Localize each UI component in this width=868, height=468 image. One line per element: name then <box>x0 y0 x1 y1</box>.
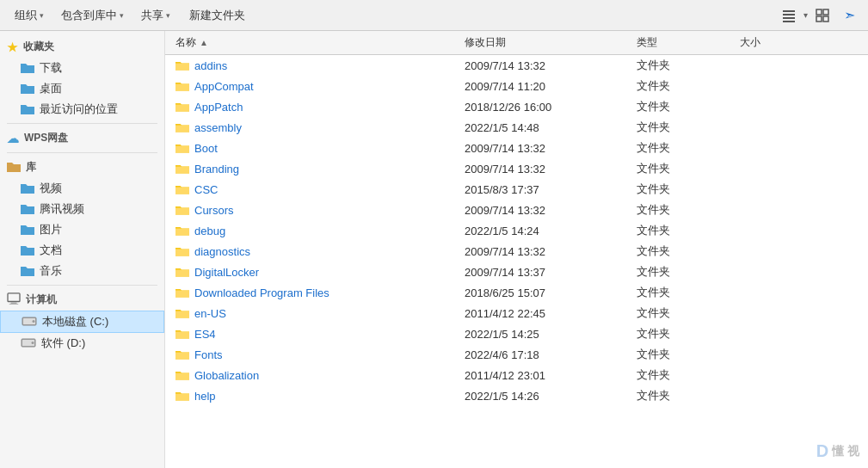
file-type-cell: 文件夹 <box>630 367 733 383</box>
svg-rect-9 <box>11 302 17 304</box>
file-name: Globalization <box>194 369 259 382</box>
share-button[interactable]: 共享 ▾ <box>133 4 178 27</box>
table-row[interactable]: CSC 2015/8/3 17:37 文件夹 <box>165 179 868 200</box>
file-date-cell: 2022/1/5 14:24 <box>458 225 630 237</box>
computer-icon <box>7 292 21 307</box>
library-header[interactable]: 库 <box>0 157 164 178</box>
window-icon <box>816 9 829 22</box>
file-type-cell: 文件夹 <box>630 99 733 114</box>
table-row[interactable]: AppCompat 2009/7/14 11:20 文件夹 <box>165 76 868 96</box>
sidebar-item-music[interactable]: 音乐 <box>0 261 164 281</box>
file-date-cell: 2011/4/12 22:45 <box>458 307 630 320</box>
folder-icon <box>175 348 189 361</box>
table-row[interactable]: Globalization 2011/4/12 23:01 文件夹 <box>165 365 868 385</box>
file-name-cell: Globalization <box>165 368 458 382</box>
folder-icon <box>175 265 189 279</box>
file-name: addins <box>194 59 227 72</box>
sidebar-item-video[interactable]: 视频 <box>0 178 164 199</box>
file-name-cell: Branding <box>165 162 458 176</box>
new-folder-button[interactable]: 新建文件夹 <box>180 4 255 27</box>
video-folder-icon <box>21 182 34 196</box>
wps-header[interactable]: ☁ WPS网盘 <box>0 127 164 149</box>
sidebar-sep-1 <box>7 123 157 124</box>
sidebar-item-tencent-video[interactable]: 腾讯视频 <box>0 199 164 219</box>
share-arrow: ▾ <box>166 11 170 20</box>
file-date-cell: 2009/7/14 13:32 <box>458 245 630 258</box>
view-window-button[interactable] <box>810 4 834 27</box>
table-row[interactable]: DigitalLocker 2009/7/14 13:37 文件夹 <box>165 262 868 282</box>
view-dropdown-arrow[interactable]: ▾ <box>803 10 808 20</box>
file-type-cell: 文件夹 <box>630 388 733 403</box>
file-name: CSC <box>194 183 218 196</box>
table-row[interactable]: Fonts 2022/4/6 17:18 文件夹 <box>165 344 868 365</box>
svg-rect-8 <box>8 293 20 302</box>
table-row[interactable]: Downloaded Program Files 2018/6/25 15:07… <box>165 282 868 303</box>
favorites-header[interactable]: ★ 收藏夹 <box>0 36 164 58</box>
computer-header[interactable]: 计算机 <box>0 289 164 311</box>
sidebar-item-image[interactable]: 图片 <box>0 219 164 240</box>
column-header: 名称 ▲ 修改日期 类型 大小 <box>165 31 868 55</box>
svg-rect-7 <box>823 16 828 22</box>
col-type-header[interactable]: 类型 <box>630 35 733 50</box>
main-layout: ★ 收藏夹 下载 桌面 最近访问的位置 <box>0 31 868 468</box>
file-name-cell: en-US <box>165 306 458 320</box>
table-row[interactable]: help 2022/1/5 14:26 文件夹 <box>165 385 868 406</box>
sidebar: ★ 收藏夹 下载 桌面 最近访问的位置 <box>0 31 165 468</box>
toolbar: 组织 ▾ 包含到库中 ▾ 共享 ▾ 新建文件夹 ▾ <box>0 0 868 31</box>
file-name: diagnostics <box>194 245 250 258</box>
file-date-cell: 2015/8/3 17:37 <box>458 183 630 196</box>
table-row[interactable]: Cursors 2009/7/14 13:32 文件夹 <box>165 200 868 220</box>
table-row[interactable]: Branding 2009/7/14 13:32 文件夹 <box>165 158 868 179</box>
file-name: DigitalLocker <box>194 266 259 279</box>
table-row[interactable]: en-US 2011/4/12 22:45 文件夹 <box>165 303 868 323</box>
file-type-cell: 文件夹 <box>630 285 733 300</box>
file-date-cell: 2022/1/5 14:48 <box>458 121 630 134</box>
sidebar-item-desktop[interactable]: 桌面 <box>0 78 164 99</box>
recent-folder-icon <box>21 102 34 117</box>
table-row[interactable]: Boot 2009/7/14 13:32 文件夹 <box>165 138 868 158</box>
music-label: 音乐 <box>40 263 62 279</box>
sidebar-item-download[interactable]: 下载 <box>0 58 164 78</box>
tencent-video-label: 腾讯视频 <box>40 201 84 217</box>
back-button[interactable]: ➣ <box>837 4 861 27</box>
organize-label: 组织 <box>15 8 37 23</box>
col-size-header[interactable]: 大小 <box>733 35 802 50</box>
file-type-cell: 文件夹 <box>630 140 733 156</box>
document-folder-icon <box>21 243 34 258</box>
document-label: 文档 <box>40 243 62 258</box>
file-date-cell: 2011/4/12 23:01 <box>458 369 630 382</box>
organize-arrow: ▾ <box>40 11 44 20</box>
table-row[interactable]: addins 2009/7/14 13:32 文件夹 <box>165 55 868 76</box>
table-row[interactable]: debug 2022/1/5 14:24 文件夹 <box>165 220 868 241</box>
file-type-cell: 文件夹 <box>630 223 733 238</box>
sidebar-item-local-disk[interactable]: 本地磁盘 (C:) <box>0 311 164 333</box>
include-library-button[interactable]: 包含到库中 ▾ <box>53 4 132 27</box>
wps-label: WPS网盘 <box>24 131 68 145</box>
file-type-cell: 文件夹 <box>630 243 733 259</box>
col-date-header[interactable]: 修改日期 <box>458 35 630 50</box>
table-row[interactable]: assembly 2022/1/5 14:48 文件夹 <box>165 117 868 138</box>
file-date-cell: 2009/7/14 13:37 <box>458 266 630 279</box>
sidebar-item-document[interactable]: 文档 <box>0 240 164 261</box>
file-name-cell: AppCompat <box>165 79 458 93</box>
file-type-cell: 文件夹 <box>630 347 733 362</box>
view-list-button[interactable] <box>777 4 801 27</box>
sidebar-item-recent[interactable]: 最近访问的位置 <box>0 99 164 120</box>
include-library-arrow: ▾ <box>120 11 124 20</box>
col-name-header[interactable]: 名称 ▲ <box>165 35 458 50</box>
table-row[interactable]: AppPatch 2018/12/26 16:00 文件夹 <box>165 96 868 117</box>
organize-button[interactable]: 组织 ▾ <box>7 4 52 27</box>
table-row[interactable]: ES4 2022/1/5 14:25 文件夹 <box>165 323 868 344</box>
table-row[interactable]: diagnostics 2009/7/14 13:32 文件夹 <box>165 241 868 262</box>
svg-rect-3 <box>783 21 795 22</box>
file-name: AppPatch <box>194 101 243 114</box>
list-view-icon <box>782 9 796 22</box>
folder-icon <box>175 79 189 93</box>
sidebar-item-software-disk[interactable]: 软件 (D:) <box>0 333 164 354</box>
folder-icon <box>175 224 189 237</box>
file-type-cell: 文件夹 <box>630 326 733 342</box>
file-name: Boot <box>194 142 218 155</box>
file-list: addins 2009/7/14 13:32 文件夹 AppCompat 200… <box>165 55 868 468</box>
star-icon: ★ <box>7 40 18 54</box>
file-type-cell: 文件夹 <box>630 120 733 135</box>
